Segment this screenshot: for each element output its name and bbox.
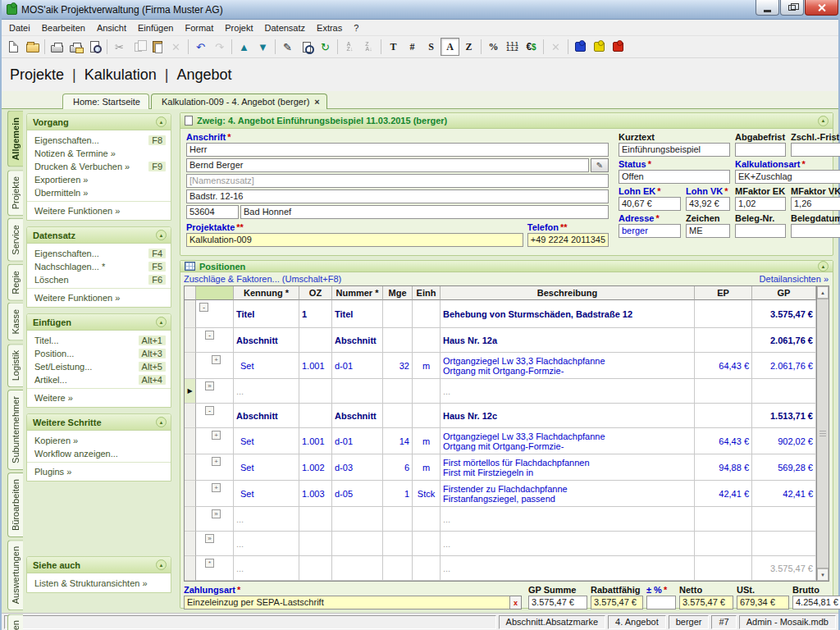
sort-az-button[interactable]: A Z↓ [340,38,359,56]
prozent-field[interactable] [646,596,676,609]
cell-oz[interactable]: 1 [299,300,332,328]
cell-kennung[interactable]: Set [234,454,299,481]
strasse-field[interactable]: Badstr. 12-16 [186,189,609,203]
cell-beschreibung[interactable]: Haus Nr. 12a [441,328,695,353]
cell-ep[interactable] [695,556,752,581]
copy-button[interactable] [129,38,148,56]
open-button[interactable] [23,38,42,56]
module-tab-projekte[interactable]: Projekte [7,170,23,216]
cell-beschreibung[interactable]: ... [441,379,695,404]
row-selector[interactable] [185,532,196,556]
cell-beschreibung[interactable]: ... [441,532,695,556]
col-gp[interactable]: GP [752,286,816,300]
move-down-button[interactable]: ▼ [253,38,272,56]
cell-ep[interactable]: 64,43 € [695,428,752,454]
cell-einh[interactable]: m [413,454,441,481]
cell-nummer[interactable]: Titel [332,300,383,328]
cell-beschreibung[interactable]: Ortgangziegel Lw 33,3 FlachdachpfanneOrt… [441,428,695,454]
cell-oz[interactable]: 1.001 [299,353,332,379]
cell-einh[interactable]: Stck [413,481,441,507]
module-tab-subunternehmer[interactable]: Subunternehmer [7,390,23,470]
cell-gp[interactable] [752,507,816,532]
cell-oz[interactable] [299,404,332,428]
col-oz[interactable]: OZ [299,286,332,300]
nav-kopieren[interactable]: Kopieren » [27,434,171,447]
jump-box-icon[interactable]: » [205,381,214,390]
percent-button[interactable]: % [484,38,503,56]
cell-nummer[interactable] [332,507,383,532]
cell-oz[interactable]: 1.003 [299,481,332,507]
cell-ep[interactable]: 42,41 € [695,481,752,507]
cell-ep[interactable] [695,532,752,556]
expand-box-icon[interactable]: + [212,355,221,364]
menu-bearbeiten[interactable]: Bearbeiten [36,21,91,34]
collapse-icon[interactable] [156,230,167,240]
table-row-new[interactable]: » ... ... [185,532,816,556]
cell-nummer[interactable]: d-01 [332,353,383,379]
cell-oz[interactable] [299,328,332,353]
collapse-box-icon[interactable]: - [205,406,214,415]
cell-mge[interactable]: 32 [383,353,413,379]
beleg-nr-field[interactable] [735,224,786,238]
detailansichten-link[interactable]: Detailansichten » [760,274,829,284]
row-selector[interactable] [185,353,196,379]
table-row-set[interactable]: + Set 1.003 d-05 1 Stck Firstender zu Fl… [185,481,816,507]
collapse-icon[interactable] [818,261,829,272]
module-tab-bueroarbeiten[interactable]: Büroarbeiten [7,472,23,537]
cell-nummer[interactable]: Abschnitt [332,404,383,428]
cell-gp[interactable]: 902,02 € [752,428,816,454]
row-selector[interactable] [185,328,196,353]
restore-button[interactable] [780,0,804,16]
table-row-abschnitt[interactable]: - Abschnitt Abschnitt Haus Nr. 12c 1.513… [185,404,816,428]
name-field[interactable]: Bernd Berger [186,158,589,172]
tab-kalkulation[interactable]: Kalkulation-009 - 4. Angebot (berger)× [151,94,327,109]
col-nummer[interactable]: Nummer * [332,286,383,300]
crossing-button[interactable]: ✕ [546,38,565,56]
cell-ep[interactable] [695,507,752,532]
nav-nachschlagen[interactable]: Nachschlagen... *F5 [27,260,171,273]
cell-kennung[interactable]: Abschnitt [234,328,299,353]
cell-einh[interactable] [413,328,441,353]
cell-ep[interactable]: 94,88 € [695,454,752,481]
cell-ep[interactable]: 64,43 € [695,353,752,379]
nav-artikel[interactable]: Artikel...Alt+4 [27,373,171,386]
zeichen-field[interactable]: ME [686,224,730,238]
cell-einh[interactable] [413,507,441,532]
cell-mge[interactable] [383,404,413,428]
tab-close-icon[interactable]: × [314,97,319,107]
cell-gp[interactable] [752,379,816,404]
plz-field[interactable]: 53604 [186,205,239,219]
col-einh[interactable]: Einh [413,286,441,300]
cell-nummer[interactable]: Abschnitt [332,328,383,353]
cell-oz[interactable] [299,379,332,404]
cell-kennung[interactable]: ... [234,532,299,556]
cell-ep[interactable] [695,404,752,428]
collapse-icon[interactable] [156,317,167,327]
cell-gp[interactable]: 3.575,47 € [752,556,816,581]
table-row-new[interactable]: » ... ... [185,507,816,532]
cell-kennung[interactable]: ... [234,556,299,581]
cell-einh[interactable] [413,300,441,328]
menu-extras[interactable]: Extras [311,21,348,34]
collapse-icon[interactable] [818,116,829,126]
row-selector[interactable] [185,300,196,328]
cell-ep[interactable] [695,328,752,353]
cell-nummer[interactable] [332,556,383,581]
nav-set-leistung[interactable]: Set/Leistung...Alt+5 [27,360,171,373]
jump-box-icon[interactable]: » [212,509,221,518]
cell-mge[interactable] [383,328,413,353]
section-weitere-schritte-header[interactable]: Weitere Schritte [27,414,171,431]
cell-gp[interactable] [752,532,816,556]
module-tab-allgemein[interactable]: Allgemein [7,111,23,167]
current-row-arrow[interactable] [185,379,196,404]
collapse-box-icon[interactable]: - [199,303,208,312]
col-beschreibung[interactable]: Beschreibung [441,286,695,300]
module-tab-stammdaten[interactable]: Stammdaten [7,614,23,630]
nav-notizen-termine[interactable]: Notizen & Termine » [27,147,171,160]
artikel-mode-button[interactable]: A [441,38,459,56]
scrollbar-thumb[interactable] [817,299,829,568]
cell-mge[interactable]: 1 [383,481,413,507]
menu-einfuegen[interactable]: Einfügen [132,21,179,34]
nav-plugins[interactable]: Plugins » [27,463,171,478]
cell-einh[interactable] [413,379,441,404]
